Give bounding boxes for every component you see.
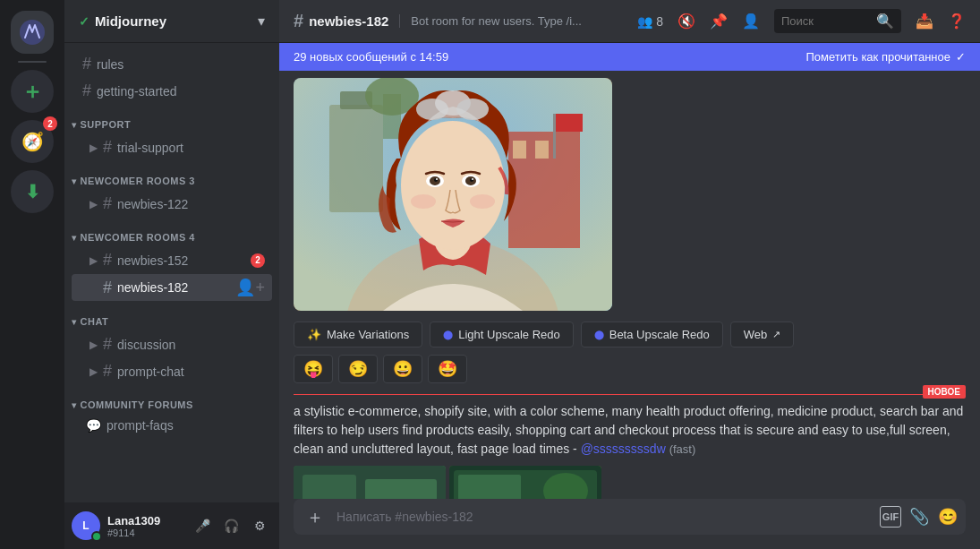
channel-item-newbies-122[interactable]: ▶ # newbies-122 <box>72 191 272 217</box>
emoji-button[interactable]: 😊 <box>937 506 959 528</box>
search-input[interactable] <box>781 14 871 28</box>
channel-item-getting-started[interactable]: # getting-started <box>72 78 272 104</box>
arrow-icon: ▾ <box>72 176 77 186</box>
image-container <box>279 71 980 318</box>
external-link-icon: ↗ <box>772 329 780 340</box>
dropdown-icon: ▾ <box>258 13 265 30</box>
server-icon-midjourney[interactable] <box>11 11 54 54</box>
add-friends-icon[interactable]: 👤 <box>742 13 760 30</box>
reaction-smile[interactable]: 😀 <box>383 355 422 383</box>
category-community-forums[interactable]: ▾ COMMUNITY FORUMS <box>64 385 279 414</box>
collapse-icon: ▶ <box>89 254 98 267</box>
server-divider <box>18 61 47 63</box>
channel-label: newbies-182 <box>117 280 188 295</box>
svg-rect-5 <box>383 94 401 139</box>
channel-item-discussion[interactable]: ▶ # discussion <box>72 331 272 357</box>
arrow-icon: ▾ <box>72 233 77 243</box>
svg-rect-29 <box>365 479 437 499</box>
server-name: ✓ Midjourney <box>79 13 166 29</box>
server-header[interactable]: ✓ Midjourney ▾ <box>64 0 279 43</box>
collapse-icon: ▶ <box>89 142 98 154</box>
thumbnail-1[interactable] <box>294 466 446 499</box>
reaction-buttons: 😝 😏 😀 🤩 <box>279 351 980 387</box>
svg-rect-2 <box>329 105 383 212</box>
channel-header-name: # newbies-182 <box>294 11 388 31</box>
mark-read-button[interactable]: Пометить как прочитанное ✓ <box>806 50 966 64</box>
channel-item-rules[interactable]: # rules <box>72 51 272 77</box>
upload-icon[interactable]: 📎 <box>908 506 930 528</box>
fast-badge: (fast) <box>669 442 696 456</box>
thumbnail-2[interactable] <box>449 466 601 499</box>
search-bar[interactable]: 🔍 <box>774 9 901 33</box>
channel-item-newbies-182[interactable]: ▶ # newbies-182 👤+ <box>72 274 272 301</box>
gif-button[interactable]: GIF <box>880 506 901 528</box>
settings-icon[interactable]: ⚙ <box>247 513 272 538</box>
mute-icon[interactable]: 🔇 <box>677 13 695 30</box>
reaction-emoji-2: 😀 <box>393 360 413 378</box>
make-variations-button[interactable]: ✨ Make Variations <box>294 322 422 347</box>
channel-description: Bot room for new users. Type /i... <box>399 14 582 28</box>
input-right-icons: GIF 📎 😊 <box>880 506 959 528</box>
channel-label: rules <box>97 57 124 72</box>
explore-icon[interactable]: 2 🧭 <box>11 120 54 163</box>
category-newcomer-3[interactable]: ▾ NEWCOMER ROOMS 3 <box>64 161 279 190</box>
main-content: # newbies-182 Bot room for new users. Ty… <box>279 0 980 549</box>
reaction-smirk[interactable]: 😏 <box>338 355 378 383</box>
add-server-icon[interactable]: ＋ <box>11 70 54 113</box>
channel-hash-icon: # <box>294 11 303 31</box>
category-label: NEWCOMER ROOMS 4 <box>81 232 195 243</box>
help-icon[interactable]: ❓ <box>948 13 966 30</box>
light-upscale-redo-button[interactable]: ⬤ Light Upscale Redo <box>430 322 573 347</box>
search-icon: 🔍 <box>876 13 894 30</box>
channel-item-newbies-152[interactable]: ▶ # newbies-152 2 <box>72 247 272 273</box>
channel-item-prompt-faqs[interactable]: 💬 prompt-faqs <box>72 415 272 436</box>
web-button[interactable]: Web ↗ <box>730 322 795 347</box>
channel-label: getting-started <box>97 84 177 99</box>
add-member-icon[interactable]: 👤+ <box>235 278 265 297</box>
beta-upscale-redo-button[interactable]: ⬤ Beta Upscale Redo <box>581 322 723 347</box>
hash-icon: # <box>103 362 112 381</box>
category-label: NEWCOMER ROOMS 3 <box>81 176 195 186</box>
channel-item-trial-support[interactable]: ▶ # trial-support <box>72 134 272 160</box>
add-file-button[interactable]: ＋ <box>301 502 329 531</box>
category-newcomer-4[interactable]: ▾ NEWCOMER ROOMS 4 <box>64 218 279 246</box>
headset-icon[interactable]: 🎧 <box>218 513 243 538</box>
hash-icon: # <box>82 55 91 73</box>
download-icon[interactable]: ⬇ <box>11 170 54 213</box>
reaction-love[interactable]: 🤩 <box>428 355 467 383</box>
generated-image <box>294 78 612 311</box>
hash-icon: # <box>103 335 112 354</box>
svg-rect-33 <box>458 475 521 499</box>
category-chat[interactable]: ▾ CHAT <box>64 302 279 330</box>
hash-icon: # <box>103 138 112 157</box>
messages-area[interactable]: 29 новых сообщений с 14:59 Пометить как … <box>279 43 980 499</box>
pin-icon[interactable]: 📌 <box>710 13 728 30</box>
make-variations-label: Make Variations <box>327 328 409 341</box>
message-input-bar: ＋ GIF 📎 😊 <box>294 499 966 535</box>
svg-rect-9 <box>553 114 556 159</box>
channel-list: # rules # getting-started ▾ SUPPORT ▶ # … <box>64 43 279 502</box>
svg-point-24 <box>472 178 473 180</box>
mark-read-label: Пометить как прочитанное <box>806 50 950 64</box>
new-messages-text: 29 новых сообщений с 14:59 <box>294 50 448 64</box>
mention[interactable]: @sssssssssdw <box>581 442 666 456</box>
svg-point-20 <box>436 178 438 180</box>
channel-label: discussion <box>117 338 175 352</box>
reaction-emoji-0: 😝 <box>303 360 323 378</box>
channel-name-text: newbies-182 <box>309 13 388 29</box>
members-icon: 👥 <box>637 14 652 29</box>
category-support[interactable]: ▾ SUPPORT <box>64 105 279 133</box>
inbox-icon[interactable]: 📥 <box>916 13 933 30</box>
message-input[interactable] <box>337 499 873 535</box>
svg-rect-7 <box>513 141 526 159</box>
reaction-tired[interactable]: 😝 <box>294 355 333 383</box>
collapse-icon: ▶ <box>89 365 98 378</box>
thumbnail-svg-1 <box>294 466 446 499</box>
arrow-icon: ▾ <box>72 317 77 327</box>
forum-icon: 💬 <box>86 418 101 433</box>
verified-icon: ✓ <box>79 14 89 29</box>
action-buttons: ✨ Make Variations ⬤ Light Upscale Redo ⬤… <box>279 318 980 351</box>
microphone-icon[interactable]: 🎤 <box>190 513 215 538</box>
channel-item-prompt-chat[interactable]: ▶ # prompt-chat <box>72 358 272 384</box>
thumbnail-row <box>279 462 980 499</box>
